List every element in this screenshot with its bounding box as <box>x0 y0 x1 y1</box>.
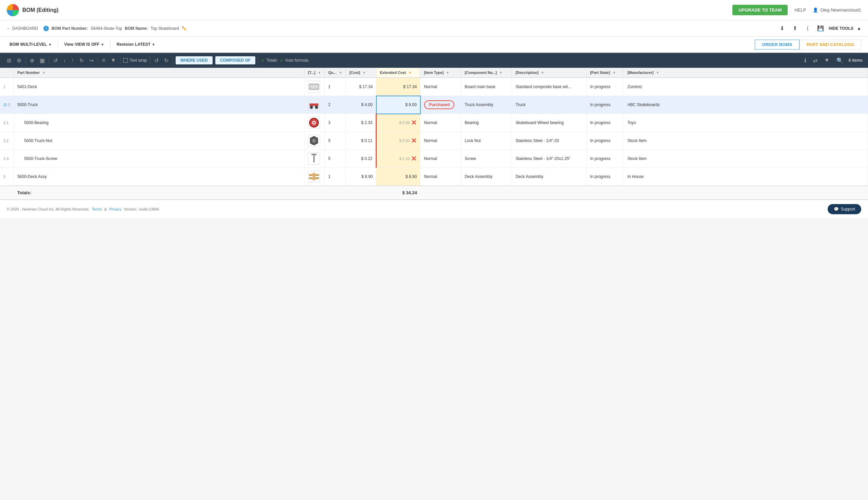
manufacturer-cell: Stock Item <box>624 150 868 168</box>
align-chevron-icon[interactable]: ▼ <box>109 57 117 64</box>
info2-icon[interactable]: ℹ <box>803 57 808 65</box>
composed-of-button[interactable]: COMPOSED OF <box>215 56 255 65</box>
terms-link[interactable]: Terms <box>92 207 102 211</box>
description-cell: Deck Assembly <box>512 168 587 186</box>
tab-part-catalogs[interactable]: PART AND CATALOGS <box>800 39 861 49</box>
edit-icon[interactable]: ✏️ <box>182 26 187 31</box>
svg-point-3 <box>310 106 313 109</box>
rotate-icon[interactable]: ↻ <box>78 57 85 65</box>
share-icon[interactable]: ⟨ <box>803 24 812 33</box>
upgrade-button[interactable]: UPGRADE TO TEAM <box>732 5 788 15</box>
table-row[interactable]: ⊟2 5000-Truck 2 $ 4.00 $ 8.00 Purchased … <box>0 96 868 114</box>
qty-cell: 5 <box>325 150 346 168</box>
extended-cost-cell[interactable]: $ 1.10 ✕ <box>376 150 420 168</box>
svg-point-9 <box>312 139 316 143</box>
qty-cell: 2 <box>325 96 346 114</box>
info-icon: i <box>43 26 49 31</box>
bom-multilevel-button[interactable]: BOM MULTI-LEVEL ▼ <box>7 41 54 48</box>
save-icon[interactable]: 💾 <box>816 24 825 33</box>
bom-part-number-value: S8484-Skate-Top <box>91 26 122 31</box>
component-name-cell: Screw <box>461 150 512 168</box>
col-qty[interactable]: Qu... ▼ <box>325 68 346 78</box>
align-icon[interactable]: ≡ <box>101 57 106 64</box>
col-part-state[interactable]: [Part State] ▼ <box>587 68 624 78</box>
view-button[interactable]: View VIEW IS OFF ▼ <box>61 41 107 48</box>
svg-point-7 <box>313 122 315 124</box>
text-wrap-checkbox <box>123 58 128 63</box>
item-type-cell: Normal <box>420 168 461 186</box>
auto-formula-check: ✓ Auto formula <box>280 58 308 63</box>
export-icon[interactable]: ⬆ <box>790 24 800 33</box>
user-info: 👤 Oleg Newmancloud1 <box>813 8 861 13</box>
table-row[interactable]: 2.2 5000-Truck-Nut 5 $ 0.11 $ 0.55 ✕ Nor… <box>0 132 868 150</box>
thumbnail-cell <box>304 96 325 114</box>
col-description[interactable]: [Description] ▼ <box>512 68 587 78</box>
items-count: 6 items <box>849 58 863 63</box>
extended-cost-cell[interactable]: $ 0.55 ✕ <box>376 132 420 150</box>
filter-icon[interactable]: ▼ <box>823 57 831 64</box>
extended-cost-cell[interactable]: $ 6.99 ✕ <box>376 114 420 132</box>
extended-cost-cell[interactable]: $ 17.34 <box>376 78 420 96</box>
settings-icon[interactable]: ⚙ <box>15 57 23 65</box>
undo2-icon[interactable]: ↺ <box>153 57 160 65</box>
table-row[interactable]: 1 5401-Deck 1 $ 17.34 $ 17.34 Normal Boa… <box>0 78 868 96</box>
support-icon: 💬 <box>834 207 839 212</box>
table-icon[interactable]: ▦ <box>38 57 46 65</box>
tool-sep1 <box>25 56 26 65</box>
table-row[interactable]: 3 5600-Deck Assy 1 $ 8.90 $ 8.90 Normal … <box>0 168 868 186</box>
col-component-name[interactable]: [Component Na...] ▼ <box>461 68 512 78</box>
where-used-button[interactable]: WHERE USED <box>176 56 213 65</box>
component-name-cell: Deck Assembly <box>461 168 512 186</box>
thumbnail-cell <box>304 168 325 186</box>
layout-icon[interactable]: ⊞ <box>5 57 13 65</box>
thumbnail <box>308 152 320 165</box>
row-num: ⊟2 <box>0 96 14 114</box>
col-item-type[interactable]: [Item Type] ▼ <box>420 68 461 78</box>
privacy-link[interactable]: Privacy <box>109 207 121 211</box>
tab-order-boms[interactable]: ORDER BOMS <box>755 39 800 49</box>
col-manufacturer[interactable]: [Manufacturer] ▼ <box>624 68 868 78</box>
svg-point-4 <box>315 106 318 109</box>
sub-left: ← DASHBOARD i BOM Part Number: S8484-Ska… <box>7 26 187 31</box>
up-icon[interactable]: ↑ <box>70 57 75 64</box>
bom-part-number-label: BOM Part Number: <box>52 26 88 31</box>
revision-chevron-icon: ▼ <box>152 43 155 46</box>
table-row[interactable]: 2.1 5000-Bearing 3 $ 2.33 $ 6.99 ✕ Norma… <box>0 114 868 132</box>
app-title: BOM (Editing) <box>22 7 59 13</box>
col-cost[interactable]: [Cost] ▼ <box>346 68 376 78</box>
redo2-icon[interactable]: ↻ <box>163 57 170 65</box>
tool-sep7 <box>258 56 258 65</box>
table-row[interactable]: 2.3 5500-Truck-Screw 5 $ 0.22 $ 1.10 ✕ N… <box>0 150 868 168</box>
add-row-icon[interactable]: ⊕ <box>29 57 36 65</box>
help-link[interactable]: HELP <box>794 8 806 13</box>
col-extended-cost[interactable]: Extended Cost ▼ <box>376 68 420 78</box>
text-wrap-button[interactable]: Text wrap <box>123 58 147 63</box>
revision-button[interactable]: Revision LATEST ▼ <box>114 41 158 48</box>
col-thumbnail[interactable]: [T...] ▼ <box>304 68 325 78</box>
thumbnail <box>308 117 320 129</box>
footer-left: © 2020 - Newman Cloud Inc. All Rights Re… <box>7 207 159 211</box>
cost-cell: $ 4.00 <box>346 96 376 114</box>
down-icon[interactable]: ↓ <box>62 57 67 64</box>
extended-cost-cell[interactable]: $ 8.00 <box>376 96 420 114</box>
nav-tabs: ORDER BOMS PART AND CATALOGS <box>755 39 861 49</box>
sub-header: ← DASHBOARD i BOM Part Number: S8484-Ska… <box>0 20 868 37</box>
indent-icon[interactable]: ↪ <box>88 57 95 65</box>
import-icon[interactable]: ⬇ <box>777 24 787 33</box>
search-icon[interactable]: 🔍 <box>835 57 845 65</box>
undo-icon[interactable]: ↺ <box>52 57 59 65</box>
expand-icon[interactable]: ⊟ <box>3 102 7 107</box>
hide-tools-button[interactable]: HIDE TOOLS <box>828 26 854 31</box>
dashboard-link[interactable]: ← DASHBOARD <box>7 26 38 31</box>
view-label: View <box>64 42 73 47</box>
extended-cost-cell[interactable]: $ 8.90 <box>376 168 420 186</box>
thumbnail <box>308 135 320 147</box>
col-part-number[interactable]: Part Number ▼ <box>14 68 304 78</box>
part-number-cell: 5600-Deck Assy <box>14 168 304 186</box>
totals-label-cell: Totals: <box>14 186 304 199</box>
toolbar: ⊞ ⚙ ⊕ ▦ ↺ ↓ ↑ ↻ ↪ ≡ ▼ Text wrap ↺ ↻ WHER… <box>0 53 868 68</box>
component-name-cell: Lock Nut <box>461 132 512 150</box>
support-button[interactable]: 💬 Support <box>828 204 861 214</box>
arrows-icon[interactable]: ⇄ <box>812 57 819 65</box>
tool-sep6 <box>172 56 173 65</box>
